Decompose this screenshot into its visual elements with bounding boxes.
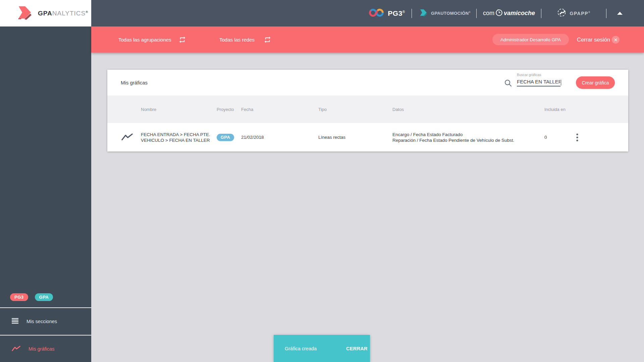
cell-incluida-en: 0 xyxy=(544,135,576,140)
create-chart-button[interactable]: Crear gráfica xyxy=(576,76,615,89)
top-bar-brands: PG3® GPAUTOMOCIÓN® com xyxy=(362,0,644,26)
search-icon[interactable] xyxy=(504,79,512,88)
sidebar-item-mis-graficas[interactable]: Mis gráficas xyxy=(0,336,91,362)
cell-tipo: Líneas rectas xyxy=(318,135,392,140)
table-row[interactable]: FECHA ENTRADA > FECHA PTE. VEHICULO > FE… xyxy=(107,123,628,152)
brand-pg3: PG3® xyxy=(362,0,412,26)
sidebar-badges: PG3 GPA xyxy=(10,293,53,301)
top-bar: PG3® GPAUTOMOCIÓN® com xyxy=(0,0,644,26)
groups-filter-label[interactable]: Todas las agrupaciones xyxy=(118,26,171,53)
column-header-fecha: Fecha xyxy=(241,107,318,112)
search-label: Buscar gráficas xyxy=(517,73,560,77)
mis-graficas-panel: Mis gráficas Buscar gráficas Crear gráfi… xyxy=(107,70,628,152)
menu-icon xyxy=(12,318,18,325)
brand-gpautomocion: GPAUTOMOCIÓN® xyxy=(412,0,477,26)
badge-pg3[interactable]: PG3 xyxy=(10,293,28,301)
swap-networks-icon[interactable] xyxy=(264,36,271,45)
logout-button[interactable]: Cerrar sesión xyxy=(577,26,610,53)
gpa-arrow-icon xyxy=(14,5,34,21)
column-header-nombre: Nombre xyxy=(141,107,217,112)
app-logo: GPANALYTICS® xyxy=(0,0,91,26)
toast-close-button[interactable]: CERRAR xyxy=(346,346,368,351)
wrench-circle-icon xyxy=(557,8,566,18)
brand-gpapp: GPAPP® xyxy=(541,0,606,26)
gpautomocion-arrow-icon xyxy=(418,9,428,18)
close-circle-icon[interactable]: ✕ xyxy=(612,36,620,44)
networks-filter-label[interactable]: Todas las redes xyxy=(219,26,255,53)
cell-proyecto: GPA xyxy=(217,134,241,141)
app-logo-wordmark: GPANALYTICS® xyxy=(38,10,88,17)
sidebar-item-mis-secciones[interactable]: Mis secciones xyxy=(0,308,91,335)
project-badge: GPA xyxy=(217,134,234,141)
search-field: Buscar gráficas xyxy=(517,73,560,86)
clock-icon xyxy=(494,8,504,18)
line-chart-icon xyxy=(107,133,141,142)
swap-groups-icon[interactable] xyxy=(178,36,186,45)
column-header-tipo: Tipo xyxy=(318,107,392,112)
gpautomocion-wordmark: GPAUTOMOCIÓN® xyxy=(431,11,471,16)
column-header-proyecto: Proyecto xyxy=(217,107,241,112)
cell-nombre: FECHA ENTRADA > FECHA PTE. VEHICULO > FE… xyxy=(141,132,217,143)
toast-message: Gráfica creada xyxy=(285,346,317,351)
chevron-up-icon[interactable] xyxy=(617,12,623,15)
current-user-pill: Administrador Desarrollo GPA xyxy=(492,34,569,45)
column-header-incluida-en: Incluida en xyxy=(544,107,576,112)
cell-fecha: 21/02/2018 xyxy=(241,135,318,140)
cell-datos: Encargo / Fecha Estado Facturado Reparac… xyxy=(392,132,544,143)
collapse-header-zone xyxy=(606,0,644,26)
kebab-menu-icon[interactable] xyxy=(576,132,586,142)
search-input[interactable] xyxy=(517,79,560,86)
sidebar-item-label: Mis gráficas xyxy=(29,346,54,352)
page-title: Mis gráficas xyxy=(121,70,148,96)
pg3-wordmark: PG3® xyxy=(388,9,405,17)
table-header-row: Nombre Proyecto Fecha Tipo Datos Incluid… xyxy=(107,96,628,123)
filter-bar: Todas las agrupaciones Todas las redes A… xyxy=(91,26,644,53)
snackbar-toast: Gráfica creada CERRAR xyxy=(274,335,370,362)
sidebar: PG3 GPA Mis secciones Mis gráficas xyxy=(0,26,91,362)
sidebar-item-label: Mis secciones xyxy=(26,319,57,324)
badge-gpa[interactable]: GPA xyxy=(35,293,53,301)
brand-compravamicoche: com vamicoche xyxy=(477,0,541,26)
line-chart-icon xyxy=(12,346,20,352)
pg3-infinity-icon xyxy=(369,8,384,19)
compravamicoche-wordmark: com vamicoche xyxy=(483,8,535,18)
column-header-datos: Datos xyxy=(392,107,544,112)
gpapp-wordmark: GPAPP® xyxy=(570,11,590,16)
